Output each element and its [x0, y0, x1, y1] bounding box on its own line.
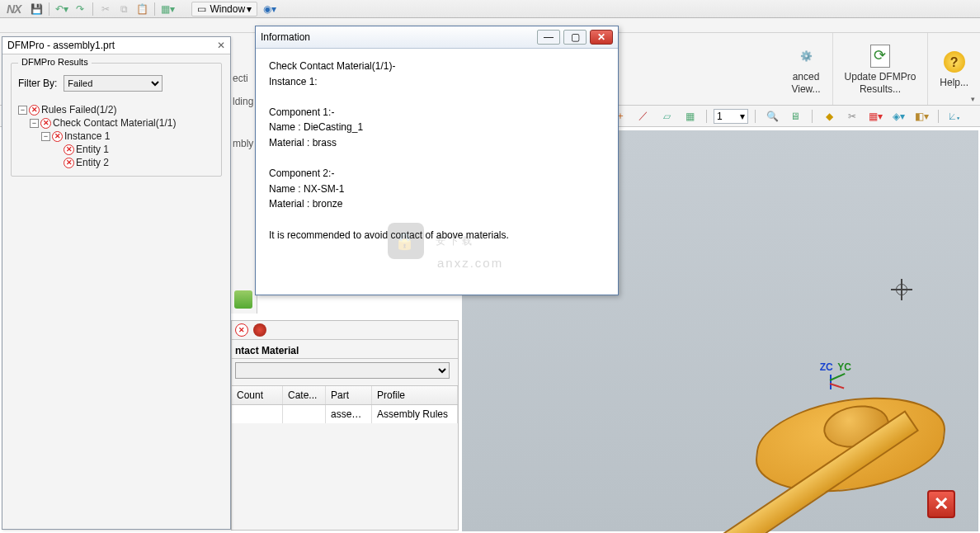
window-menu-button[interactable]: ▭ Window ▾: [191, 2, 257, 17]
gear-icon: ⚙️: [793, 43, 819, 69]
collapse-icon[interactable]: −: [18, 106, 27, 115]
redo-icon[interactable]: ↷: [73, 2, 87, 17]
fail-icon: ✕: [64, 158, 74, 168]
view-triad: ZC YC: [820, 361, 851, 399]
table-header: Count Cate... Part Profile: [232, 386, 458, 405]
help-label: Help...: [940, 77, 968, 88]
tree-label: Check Contact Material(1/1): [53, 117, 176, 129]
panel-titlebar[interactable]: DFMPro - assembly1.prt ✕: [2, 37, 230, 54]
advanced-view-label: anced View...: [791, 71, 820, 95]
window-icon: ▭: [197, 3, 206, 15]
col-profile[interactable]: Profile: [372, 386, 458, 404]
ribbon-group-help: ? Help...: [928, 33, 980, 105]
watermark-icon: 🔒: [388, 223, 424, 259]
measure-icon[interactable]: ⟀▾: [947, 109, 964, 124]
window-menu-label: Window: [210, 3, 245, 15]
tree-label: Rules Failed(1/2): [41, 104, 116, 116]
close-button[interactable]: ✕: [590, 30, 613, 45]
dialog-titlebar[interactable]: Information — ▢ ✕: [256, 26, 618, 49]
results-tree[interactable]: − ✕ Rules Failed(1/2) − ✕ Check Contact …: [18, 103, 214, 169]
model-geometry: [640, 276, 954, 498]
tree-node-entity[interactable]: ✕ Entity 2: [18, 156, 214, 169]
col-count[interactable]: Count: [232, 386, 283, 404]
separator: [92, 2, 93, 16]
watermark-text: 安下载: [436, 234, 475, 248]
record-icon[interactable]: [253, 323, 266, 337]
nx-logo: NX: [0, 2, 27, 16]
update-results-label: Update DFMPro Results...: [845, 71, 916, 95]
fail-chip-icon[interactable]: ✕: [235, 323, 248, 337]
help-button[interactable]: ? Help...: [931, 35, 977, 103]
fail-icon: ✕: [64, 144, 74, 155]
monitor-icon[interactable]: 🖥: [787, 109, 803, 124]
ribbon-group-update: ⟳ Update DFMPro Results...: [833, 33, 929, 105]
scale-input[interactable]: 1▾: [714, 109, 748, 124]
cut-icon[interactable]: ✂: [98, 2, 113, 17]
tree-node-rule[interactable]: − ✕ Check Contact Material(1/1): [18, 116, 214, 130]
quick-access-toolbar: NX 💾 ↶▾ ↷ ✂ ⧉ 📋 ▦▾ ▭ Window ▾ ◉▾: [0, 0, 980, 18]
help-icon: ?: [941, 49, 968, 75]
render-icon[interactable]: ◈▾: [890, 109, 907, 124]
tree-label: Instance 1: [64, 130, 110, 142]
rule-detail-panel: ✕ ntact Material Count Cate... Part Prof…: [231, 320, 459, 531]
layer-icon[interactable]: ◆: [821, 109, 837, 124]
paste-icon[interactable]: 📋: [134, 2, 149, 17]
col-category[interactable]: Cate...: [283, 386, 326, 404]
copy-icon[interactable]: ⧉: [116, 2, 131, 17]
tree-label: Entity 2: [76, 157, 109, 168]
dfmpro-panel: DFMPro - assembly1.prt ✕ DFMPro Results …: [2, 36, 231, 530]
rule-table: Count Cate... Part Profile assem... Asse…: [232, 385, 458, 423]
face-icon[interactable]: ▱: [658, 109, 675, 124]
cube-icon[interactable]: ◉▾: [262, 2, 277, 17]
tree-node-instance[interactable]: − ✕ Instance 1: [18, 130, 214, 143]
fail-icon: ✕: [29, 105, 40, 116]
minimize-button[interactable]: —: [537, 30, 560, 45]
rule-heading: ntact Material: [232, 340, 458, 359]
panel-title: DFMPro - assembly1.prt: [7, 40, 115, 51]
save-icon[interactable]: 💾: [29, 2, 44, 17]
collapse-icon[interactable]: −: [30, 119, 39, 128]
results-legend: DFMPro Results: [18, 57, 92, 67]
col-part[interactable]: Part: [326, 386, 372, 404]
rule-instance-select[interactable]: [235, 362, 450, 379]
tree-node-root[interactable]: − ✕ Rules Failed(1/2): [18, 103, 214, 116]
separator: [49, 2, 49, 16]
collapse-icon[interactable]: −: [41, 132, 50, 141]
tree-label: Entity 1: [76, 144, 109, 155]
grid-icon[interactable]: ▦: [681, 109, 698, 124]
update-results-button[interactable]: ⟳ Update DFMPro Results...: [836, 35, 925, 103]
tree-node-entity[interactable]: ✕ Entity 1: [18, 143, 214, 156]
settings-icon[interactable]: ▦▾: [160, 2, 175, 17]
maximize-button[interactable]: ▢: [563, 30, 587, 45]
palette-icon[interactable]: ▦▾: [867, 109, 883, 124]
filter-select[interactable]: Failed: [64, 75, 163, 92]
edge-icon[interactable]: ／: [635, 109, 652, 124]
table-row[interactable]: assem... Assembly Rules: [232, 405, 458, 423]
fail-icon: ✕: [40, 118, 51, 129]
component-icon: [234, 290, 252, 309]
view-center-icon: [891, 279, 912, 300]
ribbon-dropdown-icon[interactable]: ▾: [971, 95, 975, 103]
filter-label: Filter By:: [18, 78, 57, 89]
zoom-fit-icon[interactable]: 🔍: [764, 109, 780, 124]
refresh-doc-icon: ⟳: [867, 43, 893, 69]
watermark-sub: anxz.com: [437, 256, 503, 270]
ribbon-group-view: ⚙️ anced View...: [780, 33, 832, 105]
shade-icon[interactable]: ◧▾: [913, 109, 930, 124]
results-groupbox: DFMPro Results Filter By: Failed − ✕ Rul…: [11, 63, 222, 177]
separator: [154, 2, 155, 16]
close-overlay-button[interactable]: ✕: [927, 490, 955, 518]
clip-icon[interactable]: ✂: [844, 109, 860, 124]
undo-icon[interactable]: ↶▾: [54, 2, 69, 17]
fail-icon: ✕: [52, 131, 63, 142]
dialog-title: Information: [261, 31, 310, 43]
advanced-view-button[interactable]: ⚙️ anced View...: [783, 35, 828, 103]
left-ribbon-remnant: ecti lding mbly: [231, 50, 257, 314]
close-icon[interactable]: ✕: [217, 40, 225, 51]
watermark: 🔒 安下载 anxz.com: [388, 223, 475, 259]
